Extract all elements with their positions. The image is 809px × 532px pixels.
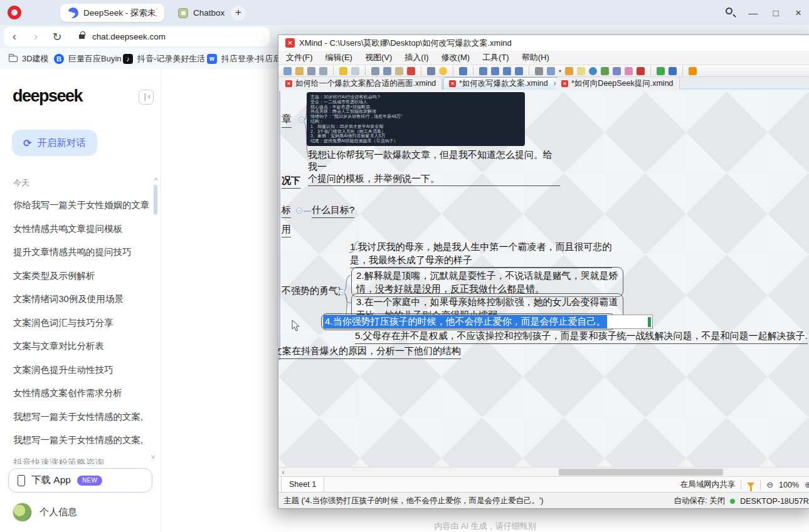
scroll-left-icon[interactable]: ‹ <box>278 467 288 477</box>
insert-topic-icon[interactable] <box>479 67 487 75</box>
topic-yong[interactable]: 用 <box>282 224 291 237</box>
zoom-in-icon[interactable]: ⊕ <box>805 480 809 489</box>
new-chat-button[interactable]: ⟳ 开启新对话 <box>12 130 97 156</box>
boundary-icon[interactable] <box>565 67 573 75</box>
image-dropdown-icon[interactable]: ▾ <box>559 68 561 74</box>
forward-icon[interactable]: › <box>25 30 46 43</box>
chat-history-item[interactable]: 我想写一篇关于女性情感的文案, <box>8 431 151 450</box>
bookmark-3d[interactable]: 3D建模 <box>9 48 49 69</box>
subtopic-4-edit-field[interactable]: 4.当你强势打压孩子的时候，他不会停止爱你，而是会停止爱自己。 <box>323 315 653 329</box>
chat-history-item[interactable]: 女性情感文案创作需求分析 <box>8 384 151 403</box>
audio-note-icon[interactable] <box>601 67 609 75</box>
undo-icon[interactable] <box>339 67 347 75</box>
profile-row[interactable]: 个人信息 <box>13 503 77 522</box>
sidebar-collapse-icon[interactable]: ❘‹ <box>139 90 154 105</box>
sync-icon[interactable] <box>657 67 665 75</box>
url-text[interactable]: chat.deepseek.com <box>92 32 166 41</box>
numbering-icon[interactable] <box>613 67 621 75</box>
zoom-level[interactable]: 100% <box>779 481 799 489</box>
screenshot-icon[interactable] <box>427 67 435 75</box>
notes-icon[interactable] <box>577 67 585 75</box>
download-app-button[interactable]: 下载 App NEW <box>8 468 152 493</box>
topic-courage[interactable]: 不强势的勇气) <box>282 285 341 297</box>
horizontal-scrollbar[interactable]: ‹ <box>278 467 809 476</box>
maximize-button[interactable]: □ <box>768 5 784 21</box>
idea-icon[interactable] <box>439 67 447 75</box>
bookmark-doudian[interactable]: w 抖店登录-抖店后 <box>207 48 281 69</box>
edit-handle-icon[interactable] <box>648 317 651 327</box>
lan-share-label[interactable]: 在局域网内共享 <box>680 479 736 490</box>
collapse-icon[interactable]: − <box>299 117 305 123</box>
topic-zhang[interactable]: 章 <box>282 113 292 128</box>
menu-modify[interactable]: 修改(M) <box>442 52 470 63</box>
insert-floating-topic-icon[interactable] <box>503 67 511 75</box>
chat-history-item[interactable]: 抖音快速涨粉策略咨询 <box>8 454 151 464</box>
menu-edit[interactable]: 编辑(E) <box>325 52 352 63</box>
image-icon[interactable] <box>547 67 555 75</box>
doc-tab-3[interactable]: ✕ *如何向DeepSeek提问.xmind <box>556 77 680 90</box>
subtopic-5[interactable]: 5.父母存在并不是权威，不应该操控和控制孩子，而是要和孩子统一战线解决问题，不是… <box>355 330 808 344</box>
sidebar-scrollbar[interactable] <box>154 185 157 215</box>
zoom-out-icon[interactable]: ⊖ <box>766 480 773 489</box>
bookmark-buyin[interactable]: B 巨量百应Buyin <box>54 48 122 69</box>
browser-tab-chatbox[interactable]: Chatbox <box>171 4 232 22</box>
subtopic-2[interactable]: 2.解释就是顶嘴，沉默就是耍性子，不说话就是赌气，哭就是矫 情，没考好就是没用，… <box>351 267 623 297</box>
embedded-note-image[interactable]: 主题：30岁转行AI行业还有机会吗？ 受众：一二线城市焦虑职场人 核心痛点：年龄… <box>307 92 525 146</box>
address-bar[interactable]: ‹ › ↻ chat.deepseek.com <box>4 27 270 46</box>
bookmark-douyin[interactable]: ♪ 抖音-记录美好生活 <box>123 48 205 69</box>
open-icon[interactable] <box>295 67 304 75</box>
paste-icon[interactable] <box>395 67 403 75</box>
attachment-icon[interactable] <box>535 67 543 75</box>
stop-record-icon[interactable] <box>637 67 645 75</box>
recording-icon[interactable] <box>625 67 633 75</box>
redo-icon[interactable] <box>351 67 359 75</box>
copy-icon[interactable] <box>383 67 391 75</box>
doc-tab-2-active[interactable]: ✕ *如何改写爆款文案.xmind ✕ <box>443 77 564 90</box>
filter-funnel-icon[interactable] <box>747 482 754 488</box>
hyperlink-icon[interactable] <box>589 67 597 75</box>
chat-history-item[interactable]: 文案润色提升生动性技巧 <box>8 361 151 380</box>
delete-icon[interactable] <box>407 67 415 75</box>
chat-history-item[interactable]: 我想写一篇关于女性情感的文案, <box>8 408 151 427</box>
scrollbar-thumb[interactable] <box>559 469 723 476</box>
chat-history-item[interactable]: 文案情绪词30例及使用场景 <box>8 290 151 309</box>
close-button[interactable]: × <box>790 5 806 21</box>
chat-history-item[interactable]: 文案润色词汇与技巧分享 <box>8 314 151 333</box>
collapse-icon[interactable]: − <box>339 289 345 295</box>
opera-logo-icon[interactable] <box>8 6 21 19</box>
share-upload-icon[interactable] <box>669 67 677 75</box>
mindmap-canvas[interactable]: 章 − 主题：30岁转行AI行业还有机会吗？ 受众：一二线城市焦虑职场人 核心痛… <box>278 91 809 467</box>
menu-tools[interactable]: 工具(T) <box>482 52 509 63</box>
browser-tab-deepseek[interactable]: DeepSeek - 探索未至之境 <box>60 4 164 22</box>
save-icon[interactable] <box>307 67 315 75</box>
insert-subtopic-icon[interactable] <box>491 67 499 75</box>
back-icon[interactable]: ‹ <box>4 30 25 43</box>
minimize-button[interactable]: — <box>745 5 761 21</box>
doc-tab-1[interactable]: ✕ 如何给一个爆款文案配合适的画面.xmind <box>280 77 442 90</box>
chat-history-item[interactable]: 你给我写一篇关于女性婚姻的文章 <box>8 196 151 215</box>
menu-view[interactable]: 视图(V) <box>365 52 392 63</box>
zoom-fit-icon[interactable] <box>459 67 467 75</box>
menu-file[interactable]: 文件(F) <box>286 52 313 63</box>
chat-history-item[interactable]: 女性情感共鸣文章提问模板 <box>8 220 151 239</box>
sheet-tab[interactable]: Sheet 1 <box>281 477 324 493</box>
topic-kuangxia[interactable]: 况下 <box>282 175 300 189</box>
reload-icon[interactable]: ↻ <box>46 30 68 44</box>
subtopic-1[interactable]: 1.我讨厌我的母亲，她是我人生中第一个霸凌者，而且很可悲的 是，我最终长成了母亲… <box>350 240 612 268</box>
topic-prompt[interactable]: 我想让你帮我写一款爆款文章，但是我不知道怎么提问。给我一 个提问的模板，并举例说… <box>308 149 560 186</box>
new-tab-button[interactable]: + <box>231 6 246 21</box>
selected-text[interactable]: 4.当你强势打压孩子的时候，他不会停止爱你，而是会停止爱自己。 <box>324 315 607 328</box>
topic-bottom[interactable]: 文案在抖音爆火的原因，分析一下他们的结构 <box>278 345 461 359</box>
search-icon[interactable] <box>726 8 732 14</box>
chat-history-item[interactable]: 文案与文章对比分析表 <box>8 337 151 356</box>
chat-history-item[interactable]: 文案类型及示例解析 <box>8 267 151 286</box>
print-icon[interactable] <box>319 67 327 75</box>
upgrade-icon[interactable] <box>689 67 697 75</box>
menu-help[interactable]: 帮助(H) <box>522 52 549 63</box>
topic-biao[interactable]: 标 <box>282 204 291 218</box>
collapse-icon[interactable]: − <box>296 207 302 214</box>
chat-history-item[interactable]: 提升文章情感共鸣的提问技巧 <box>8 243 151 262</box>
menu-insert[interactable]: 插入(I) <box>404 52 428 63</box>
cut-icon[interactable] <box>371 67 379 75</box>
new-workbook-icon[interactable] <box>283 67 292 75</box>
